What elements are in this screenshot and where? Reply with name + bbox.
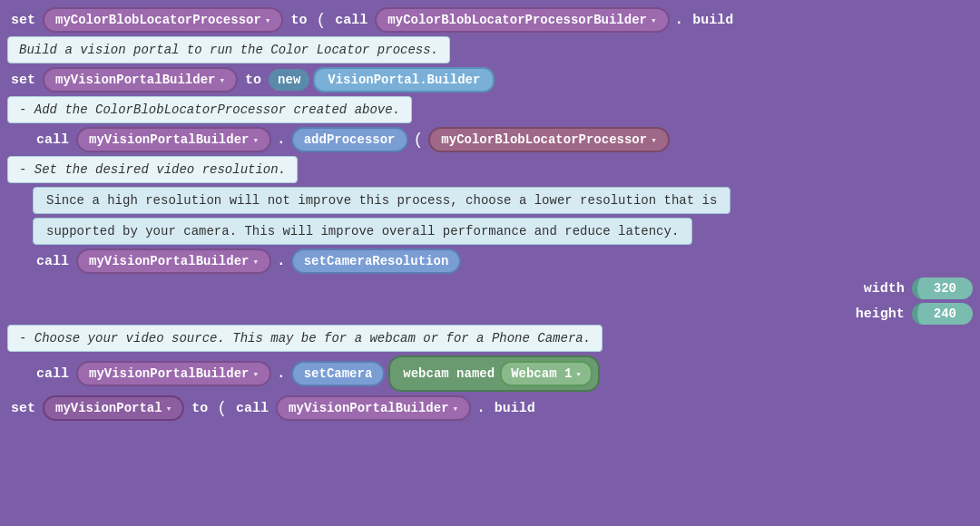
pill-label: myColorBlobLocatorProcessorBuilder (387, 13, 647, 27)
height-label: height (850, 307, 905, 322)
vision-portal-builder-pill-4[interactable]: myVisionPortalBuilder ▾ (76, 361, 271, 386)
new-keyword: new (269, 69, 309, 91)
dropdown-arrow[interactable]: ▾ (575, 368, 582, 380)
comment-build-vision: Build a vision portal to run the Color L… (7, 36, 450, 63)
resolution-width-row: width 320 (47, 278, 973, 299)
color-blob-processor-var-pill[interactable]: myColorBlobLocatorProcessor ▾ (428, 127, 669, 152)
dot-2: . (275, 132, 288, 148)
pill-label: myColorBlobLocatorProcessor (55, 13, 261, 27)
open-paren-2: ( (412, 131, 426, 149)
pill-label: myVisionPortal (55, 401, 162, 415)
webcam-value[interactable]: Webcam 1 ▾ (500, 361, 593, 386)
row-comment-high-resolution-1: Since a high resolution will not improve… (7, 187, 973, 214)
my-color-blob-processor-pill[interactable]: myColorBlobLocatorProcessor ▾ (43, 7, 283, 33)
call-keyword-3: call (33, 254, 73, 269)
dropdown-arrow[interactable]: ▾ (265, 15, 271, 26)
dot-5: . (475, 400, 487, 416)
to-keyword-3: to (188, 401, 211, 416)
comment-add-processor: - Add the ColorBlobLocatorProcessor crea… (7, 96, 412, 123)
row-set-vision-portal-builder: set myVisionPortalBuilder ▾ to new Visio… (7, 67, 973, 93)
pill-label: myVisionPortalBuilder (89, 254, 249, 268)
row-call-add-processor: call myVisionPortalBuilder ▾ . addProces… (33, 127, 973, 152)
row-call-set-camera-resolution: call myVisionPortalBuilder ▾ . setCamera… (33, 248, 973, 274)
dropdown-arrow[interactable]: ▾ (651, 15, 657, 26)
row-call-set-camera: call myVisionPortalBuilder ▾ . setCamera… (33, 356, 973, 392)
to-keyword-1: to (287, 13, 310, 28)
dropdown-arrow[interactable]: ▾ (252, 134, 259, 146)
resolution-height-row: height 240 (47, 303, 973, 325)
webcam-named-group[interactable]: webcam named Webcam 1 ▾ (388, 356, 600, 392)
dot-1: . (673, 12, 686, 28)
set-keyword-2: set (7, 73, 39, 88)
comment-high-resolution-2: supported by your camera. This will impr… (33, 218, 692, 245)
pill-label: myVisionPortalBuilder (55, 73, 215, 87)
call-keyword-4: call (33, 366, 73, 382)
to-keyword-2: to (241, 73, 265, 88)
pill-label: myVisionPortalBuilder (289, 401, 448, 415)
dropdown-arrow[interactable]: ▾ (252, 368, 259, 380)
set-camera-resolution-method: setCameraResolution (291, 248, 462, 274)
vision-portal-class-pill: VisionPortal.Builder (313, 67, 495, 93)
row-set-color-blob-processor: set myColorBlobLocatorProcessor ▾ to ( c… (7, 7, 973, 33)
pill-label: myVisionPortalBuilder (89, 366, 249, 381)
height-value[interactable]: 240 (912, 303, 973, 325)
dropdown-arrow[interactable]: ▾ (651, 134, 657, 146)
row-comment-build-vision: Build a vision portal to run the Color L… (7, 36, 973, 63)
build-keyword-2: build (491, 401, 539, 416)
webcam-named-label: webcam named (403, 366, 495, 381)
main-container: set myColorBlobLocatorProcessor ▾ to ( c… (7, 7, 973, 421)
resolution-block: width 320 height 240 (47, 278, 973, 325)
vision-portal-builder-pill-1[interactable]: myVisionPortalBuilder ▾ (43, 67, 238, 93)
add-processor-method: addProcessor (291, 127, 408, 152)
vision-portal-pill[interactable]: myVisionPortal ▾ (43, 395, 184, 421)
color-blob-builder-pill[interactable]: myColorBlobLocatorProcessorBuilder ▾ (375, 7, 669, 33)
dot-3: . (275, 253, 288, 269)
vision-portal-builder-pill-5[interactable]: myVisionPortalBuilder ▾ (276, 395, 471, 421)
pill-label: myVisionPortalBuilder (89, 132, 249, 147)
row-comment-high-resolution-2: supported by your camera. This will impr… (7, 218, 973, 245)
dropdown-arrow[interactable]: ▾ (166, 403, 172, 414)
width-value[interactable]: 320 (912, 278, 973, 299)
vision-portal-builder-pill-3[interactable]: myVisionPortalBuilder ▾ (76, 248, 271, 274)
dot-4: . (275, 365, 288, 382)
pill-label: myColorBlobLocatorProcessor (441, 132, 647, 147)
row-comment-video-resolution: - Set the desired video resolution. (7, 156, 973, 183)
call-keyword-5: call (232, 401, 272, 416)
width-label: width (850, 281, 905, 297)
set-camera-method: setCamera (291, 361, 386, 386)
open-paren-3: ( (215, 399, 229, 417)
comment-video-resolution: - Set the desired video resolution. (7, 156, 298, 183)
dropdown-arrow[interactable]: ▾ (453, 403, 459, 414)
row-comment-add-processor: - Add the ColorBlobLocatorProcessor crea… (7, 96, 973, 123)
comment-high-resolution-1: Since a high resolution will not improve… (33, 187, 730, 214)
call-keyword-2: call (33, 132, 73, 148)
row-comment-video-source: - Choose your video source. This may be … (7, 325, 973, 352)
call-keyword-1: call (331, 13, 371, 28)
vision-portal-builder-pill-2[interactable]: myVisionPortalBuilder ▾ (76, 127, 271, 152)
row-set-vision-portal: set myVisionPortal ▾ to ( call myVisionP… (7, 395, 973, 421)
set-keyword-3: set (7, 401, 39, 416)
dropdown-arrow[interactable]: ▾ (219, 74, 225, 86)
build-keyword-1: build (689, 13, 737, 28)
comment-video-source: - Choose your video source. This may be … (7, 325, 603, 352)
set-keyword-1: set (7, 13, 39, 28)
open-paren-1: ( (315, 11, 328, 29)
dropdown-arrow[interactable]: ▾ (252, 256, 259, 268)
webcam-name: Webcam 1 (511, 366, 572, 381)
